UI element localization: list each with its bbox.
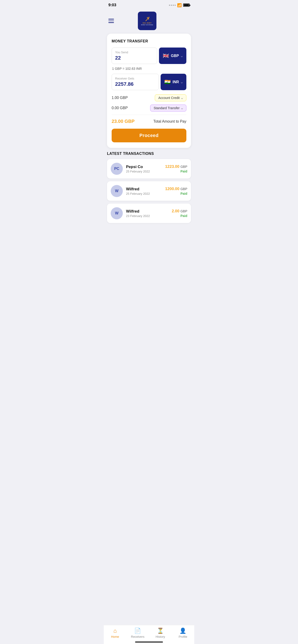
fee-row-2: 0.00 GBP Standard Transfer ⌵ [112, 104, 186, 112]
send-flag: 🇬🇧 [163, 53, 169, 59]
receiver-gets-row: Receiver Gets 🇮🇳 INR ⌵ [112, 74, 186, 90]
you-send-row: You Send 🇬🇧 GBP ⌵ [112, 48, 186, 64]
logo-text-top: NEIL REMIT [143, 22, 152, 24]
you-send-input-box: You Send [112, 48, 157, 64]
logo-text-bottom: MONEY EXCHANGE [141, 24, 153, 26]
send-currency-chevron: ⌵ [181, 54, 183, 58]
transaction-amount: 1200.00 GBP [165, 186, 187, 191]
transactions-section: LATEST TRANSACTIONS PC Pepsi Co 25 Febru… [104, 152, 194, 223]
receive-currency-button[interactable]: 🇮🇳 INR ⌵ [161, 74, 186, 90]
status-time: 9:03 [108, 3, 116, 8]
transaction-info: Wilfred 23 February 2022 [126, 209, 168, 218]
you-send-label: You Send [115, 50, 154, 54]
transaction-item: W Wilfred 23 February 2022 2.00 GBP Paid [107, 204, 191, 223]
hamburger-button[interactable] [108, 19, 114, 23]
money-transfer-card: MONEY TRANSFER You Send 🇬🇧 GBP ⌵ 1 GBP =… [107, 34, 191, 148]
nav-history-label: History [156, 635, 165, 638]
fee-type-2-label: Standard Transfer [154, 106, 180, 110]
transaction-name: Wilfred [126, 187, 162, 192]
nav-receivers-label: Receivers [131, 635, 144, 638]
transaction-info: Pepsi Co 25 February 2022 [126, 164, 162, 173]
history-icon: ⏳ [157, 628, 164, 634]
transaction-date: 23 February 2022 [126, 214, 168, 218]
nav-receivers[interactable]: 📄 Receivers [130, 628, 146, 638]
profile-icon: 👤 [179, 628, 186, 634]
nav-home-label: Home [111, 635, 119, 638]
receivers-icon: 📄 [134, 628, 141, 634]
transaction-amount: 1223.00 GBP [165, 164, 187, 169]
fee-type-2-button[interactable]: Standard Transfer ⌵ [150, 104, 186, 112]
fee-amount-1: 1.00 GBP [112, 96, 128, 100]
proceed-button[interactable]: Proceed [112, 129, 186, 142]
bottom-nav: ⌂ Home 📄 Receivers ⏳ History 👤 Profile [104, 625, 194, 644]
you-send-input[interactable] [115, 55, 154, 61]
total-amount: 23.00 GBP [112, 119, 135, 124]
receive-flag: 🇮🇳 [164, 79, 171, 85]
nav-home[interactable]: ⌂ Home [107, 628, 123, 638]
fee-amount-2: 0.00 GBP [112, 106, 128, 110]
total-label: Total Amount to Pay [153, 120, 186, 124]
receiver-gets-input[interactable] [115, 81, 155, 87]
fee-type-1-button[interactable]: Account Credit ⌵ [155, 94, 186, 101]
receive-currency-code: INR [172, 80, 179, 84]
battery-icon [183, 4, 190, 7]
transactions-list: PC Pepsi Co 25 February 2022 1223.00 GBP… [107, 159, 191, 223]
receive-currency-chevron: ⌵ [181, 80, 183, 84]
transaction-avatar: W [111, 207, 123, 219]
status-icons: 📶 [169, 3, 190, 8]
transaction-item: PC Pepsi Co 25 February 2022 1223.00 GBP… [107, 159, 191, 178]
transaction-status: Paid [172, 214, 187, 218]
send-currency-code: GBP [171, 54, 179, 58]
transaction-amount-col: 1223.00 GBP Paid [165, 164, 187, 173]
transaction-name: Wilfred [126, 209, 168, 214]
wifi-icon: 📶 [177, 3, 182, 8]
signal-icon [169, 5, 176, 6]
transaction-name: Pepsi Co [126, 164, 162, 169]
home-indicator [135, 642, 163, 642]
exchange-rate: 1 GBP = 102.63 INR [112, 67, 186, 70]
transaction-date: 25 February 2022 [126, 170, 162, 173]
money-transfer-title: MONEY TRANSFER [112, 39, 186, 43]
transaction-item: W Wilfred 25 February 2022 1200.00 GBP P… [107, 181, 191, 201]
transactions-title: LATEST TRANSACTIONS [107, 152, 191, 156]
transaction-amount: 2.00 GBP [172, 209, 187, 214]
receiver-gets-label: Receiver Gets [115, 77, 155, 80]
transaction-amount-col: 1200.00 GBP Paid [165, 186, 187, 196]
logo-chart-icon: ↗⃗ [145, 16, 150, 22]
transaction-avatar: PC [111, 163, 123, 175]
home-icon: ⌂ [114, 628, 117, 634]
total-row: 23.00 GBP Total Amount to Pay [112, 119, 186, 124]
status-bar: 9:03 📶 [104, 0, 194, 9]
transaction-status: Paid [165, 192, 187, 196]
nav-profile[interactable]: 👤 Profile [175, 628, 191, 638]
fee-type-2-chevron: ⌵ [181, 106, 183, 110]
send-currency-button[interactable]: 🇬🇧 GBP ⌵ [159, 48, 186, 64]
receiver-gets-input-box: Receiver Gets [112, 74, 159, 90]
nav-history[interactable]: ⏳ History [152, 628, 168, 638]
nav-profile-label: Profile [179, 635, 187, 638]
fee-row-1: 1.00 GBP Account Credit ⌵ [112, 94, 186, 101]
transaction-avatar: W [111, 185, 123, 197]
fee-type-1-label: Account Credit [158, 96, 180, 100]
divider [112, 115, 186, 115]
transaction-amount-col: 2.00 GBP Paid [172, 209, 187, 218]
header: ↗⃗ NEIL REMIT MONEY EXCHANGE [104, 9, 194, 34]
transaction-status: Paid [165, 170, 187, 173]
app-logo: ↗⃗ NEIL REMIT MONEY EXCHANGE [138, 12, 156, 30]
transaction-info: Wilfred 25 February 2022 [126, 187, 162, 196]
fee-type-1-chevron: ⌵ [181, 96, 183, 100]
transaction-date: 25 February 2022 [126, 192, 162, 196]
